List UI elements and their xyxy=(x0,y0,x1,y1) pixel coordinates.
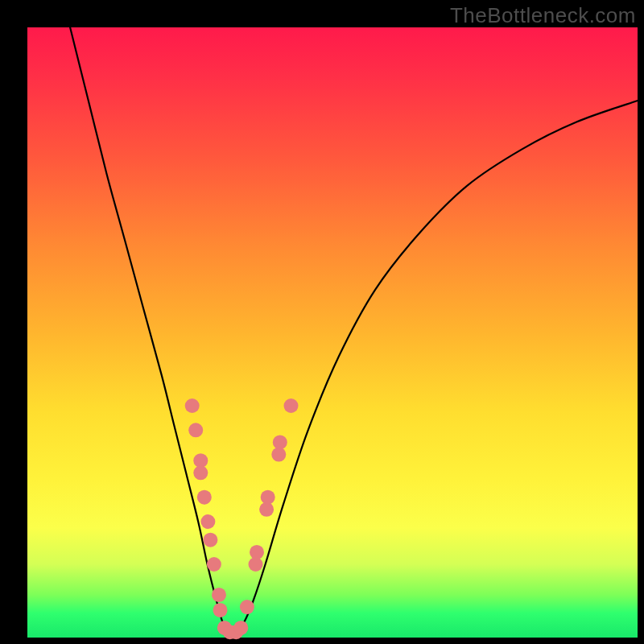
marker-dot xyxy=(197,490,212,505)
plot-area xyxy=(27,27,638,638)
marker-dot xyxy=(203,533,217,547)
marker-dot xyxy=(240,600,254,614)
marker-dot xyxy=(261,490,275,505)
marker-dot xyxy=(193,465,208,480)
marker-dot xyxy=(213,603,228,617)
marker-group xyxy=(185,398,299,639)
marker-dot xyxy=(188,423,203,437)
marker-dot xyxy=(207,557,221,572)
marker-dot xyxy=(273,435,287,449)
chart-stage: TheBottleneck.com xyxy=(0,0,644,644)
marker-dot xyxy=(250,545,264,559)
marker-dot xyxy=(185,398,200,413)
marker-dot xyxy=(233,621,248,635)
bottleneck-curve xyxy=(70,27,638,634)
marker-dot xyxy=(200,514,215,529)
marker-dot xyxy=(271,448,286,462)
curve-layer xyxy=(27,27,638,638)
marker-dot xyxy=(212,588,226,602)
watermark-text: TheBottleneck.com xyxy=(450,3,636,28)
marker-dot xyxy=(284,398,299,413)
